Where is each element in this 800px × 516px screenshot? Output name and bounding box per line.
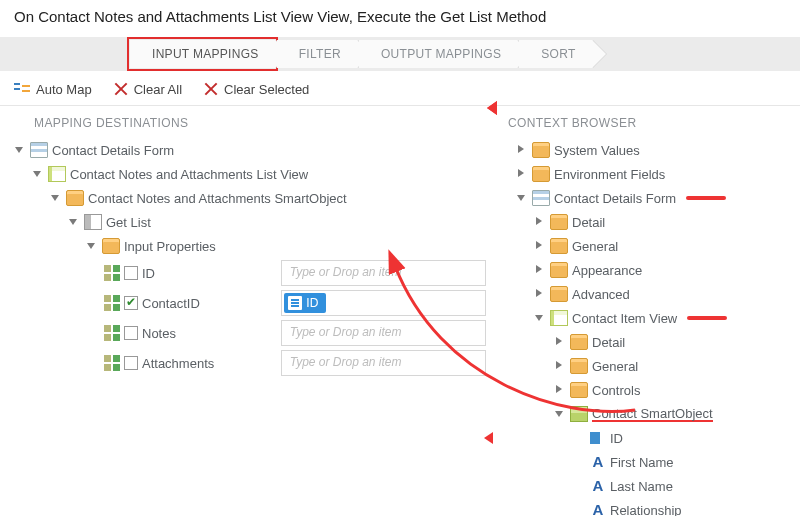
context-item-contact-details-form[interactable]: Contact Details Form xyxy=(500,186,792,210)
twisty-icon[interactable] xyxy=(86,240,98,252)
drop-target-id[interactable]: Type or Drop an item xyxy=(281,260,486,286)
breadcrumb-filter[interactable]: FILTER xyxy=(277,40,357,68)
form-icon xyxy=(30,142,48,158)
breadcrumb-input-mappings[interactable]: INPUT MAPPINGS xyxy=(130,40,275,68)
twisty-icon[interactable] xyxy=(516,144,528,156)
twisty-icon[interactable] xyxy=(534,240,546,252)
tree-row-method[interactable]: Get List xyxy=(10,210,486,234)
property-label: Attachments xyxy=(142,356,214,371)
context-label: Relationship xyxy=(610,503,682,517)
context-item-contact-item-view[interactable]: Contact Item View xyxy=(500,306,792,330)
smartobject-label: Contact Notes and Attachments SmartObjec… xyxy=(88,191,347,206)
form-icon xyxy=(532,190,550,206)
breadcrumb: INPUT MAPPINGSFILTEROUTPUT MAPPINGSSORT xyxy=(0,37,800,71)
context-item-id[interactable]: ID xyxy=(500,426,792,450)
context-item-advanced[interactable]: Advanced xyxy=(500,282,792,306)
twisty-icon[interactable] xyxy=(534,264,546,276)
property-checkbox[interactable] xyxy=(124,356,138,370)
context-item-environment-fields[interactable]: Environment Fields xyxy=(500,162,792,186)
twisty-icon[interactable] xyxy=(32,168,44,180)
view-icon xyxy=(550,310,568,326)
context-label: Advanced xyxy=(572,287,630,302)
context-item-relationship[interactable]: A Relationship xyxy=(500,498,792,516)
form-label: Contact Details Form xyxy=(52,143,174,158)
twisty-icon[interactable] xyxy=(554,384,566,396)
annotation-arrow-icon xyxy=(484,432,493,444)
drop-target-notes[interactable]: Type or Drop an item xyxy=(281,320,486,346)
twisty-icon[interactable] xyxy=(50,192,62,204)
folder-icon xyxy=(532,166,550,182)
twisty-icon[interactable] xyxy=(68,216,80,228)
twisty-icon[interactable] xyxy=(554,408,566,420)
clear-selected-icon xyxy=(204,82,218,96)
breadcrumb-output-mappings[interactable]: OUTPUT MAPPINGS xyxy=(359,40,517,68)
context-label: Last Name xyxy=(610,479,673,494)
context-item-detail[interactable]: Detail xyxy=(500,210,792,234)
input-row-attachments: AttachmentsType or Drop an item xyxy=(104,348,486,378)
twisty-icon[interactable] xyxy=(516,192,528,204)
clear-all-button[interactable]: Clear All xyxy=(114,82,182,97)
context-label: Detail xyxy=(592,335,625,350)
folder-icon xyxy=(550,262,568,278)
context-label: Environment Fields xyxy=(554,167,665,182)
field-icon xyxy=(288,296,302,310)
tree-row-view[interactable]: Contact Notes and Attachments List View xyxy=(10,162,486,186)
smartobject-icon xyxy=(570,406,588,422)
view-icon xyxy=(48,166,66,182)
tree-row-form[interactable]: Contact Details Form xyxy=(10,138,486,162)
inputs-label: Input Properties xyxy=(124,239,216,254)
property-checkbox[interactable] xyxy=(124,266,138,280)
context-label: Contact SmartObject xyxy=(592,406,713,422)
auto-map-icon xyxy=(14,81,30,97)
text-field-icon: A xyxy=(590,502,606,516)
mapping-destinations-header: MAPPING DESTINATIONS xyxy=(10,112,486,138)
property-checkbox[interactable] xyxy=(124,296,138,310)
context-item-system-values[interactable]: System Values xyxy=(500,138,792,162)
twisty-icon[interactable] xyxy=(516,168,528,180)
context-label: ID xyxy=(610,431,623,446)
context-item-appearance[interactable]: Appearance xyxy=(500,258,792,282)
mapped-chip[interactable]: ID xyxy=(284,293,326,313)
context-label: General xyxy=(572,239,618,254)
context-item-detail[interactable]: Detail xyxy=(500,330,792,354)
view-label: Contact Notes and Attachments List View xyxy=(70,167,308,182)
drop-target-contactid[interactable]: ID xyxy=(281,290,486,316)
twisty-icon[interactable] xyxy=(534,312,546,324)
annotation-arrow-icon xyxy=(687,316,727,320)
context-item-last-name[interactable]: A Last Name xyxy=(500,474,792,498)
context-browser-header: CONTEXT BROWSER xyxy=(496,112,792,138)
property-icon xyxy=(104,295,120,311)
input-row-id: IDType or Drop an item xyxy=(104,258,486,288)
toolbar: Auto Map Clear All Clear Selected xyxy=(0,71,800,106)
context-item-controls[interactable]: Controls xyxy=(500,378,792,402)
twisty-icon[interactable] xyxy=(534,288,546,300)
folder-icon xyxy=(570,334,588,350)
twisty-icon[interactable] xyxy=(14,144,26,156)
breadcrumb-sort[interactable]: SORT xyxy=(519,40,591,68)
property-icon xyxy=(104,355,120,371)
property-checkbox[interactable] xyxy=(124,326,138,340)
input-row-notes: NotesType or Drop an item xyxy=(104,318,486,348)
context-item-general[interactable]: General xyxy=(500,234,792,258)
chip-label: ID xyxy=(306,296,318,310)
clear-all-label: Clear All xyxy=(134,82,182,97)
auto-map-label: Auto Map xyxy=(36,82,92,97)
clear-all-icon xyxy=(114,82,128,96)
text-field-icon: A xyxy=(590,478,606,494)
annotation-arrow-icon xyxy=(686,196,726,200)
context-item-first-name[interactable]: A First Name xyxy=(500,450,792,474)
folder-icon xyxy=(570,358,588,374)
twisty-icon[interactable] xyxy=(534,216,546,228)
clear-selected-button[interactable]: Clear Selected xyxy=(204,82,309,97)
context-item-general[interactable]: General xyxy=(500,354,792,378)
context-item-contact-smartobject[interactable]: Contact SmartObject xyxy=(500,402,792,426)
tree-row-inputs[interactable]: Input Properties xyxy=(10,234,486,258)
auto-map-button[interactable]: Auto Map xyxy=(14,81,92,97)
twisty-icon[interactable] xyxy=(554,360,566,372)
page-title: On Contact Notes and Attachments List Vi… xyxy=(0,0,800,37)
input-row-contactid: ContactIDID xyxy=(104,288,486,318)
tree-row-smartobject[interactable]: Contact Notes and Attachments SmartObjec… xyxy=(10,186,486,210)
mapping-tree: Contact Details Form Contact Notes and A… xyxy=(10,138,486,378)
drop-target-attachments[interactable]: Type or Drop an item xyxy=(281,350,486,376)
twisty-icon[interactable] xyxy=(554,336,566,348)
